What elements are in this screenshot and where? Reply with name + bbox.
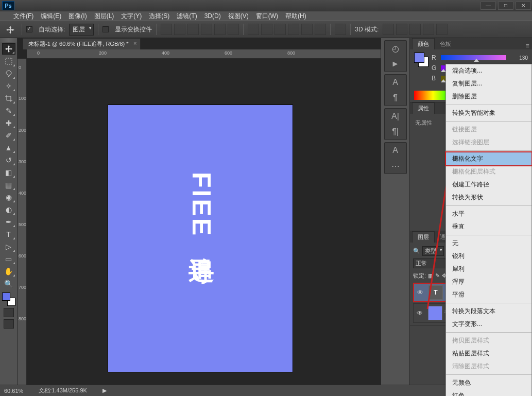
color-tab[interactable]: 颜色 <box>412 38 435 49</box>
menu-3d[interactable]: 3D(D) <box>204 12 221 20</box>
heal-tool[interactable]: ✚ <box>2 117 15 129</box>
context-menu-item[interactable]: 无颜色 <box>446 376 531 389</box>
distribute-icon[interactable] <box>288 24 299 35</box>
move-tool[interactable] <box>2 43 15 55</box>
menu-bar[interactable]: 文件(F) 编辑(E) 图像(I) 图层(L) 文字(Y) 选择(S) 滤镜(T… <box>0 11 532 21</box>
align-icon[interactable] <box>214 24 226 35</box>
menu-type[interactable]: 文字(Y) <box>121 12 142 21</box>
align-icon[interactable] <box>161 24 172 35</box>
context-menu-item[interactable]: 红色 <box>446 389 531 396</box>
ruler-vertical[interactable]: 0 100 200 300 400 500 600 700 800 <box>18 59 27 385</box>
pen-tool[interactable]: ✒ <box>2 216 15 228</box>
move-tool-icon[interactable] <box>3 24 18 36</box>
lasso-tool[interactable] <box>2 68 15 79</box>
context-menu-item[interactable]: 复制图层... <box>446 77 531 90</box>
document-tab[interactable]: 未标题-1 @ 60.6% (FIEE追寻, RGB/8) * × <box>23 38 141 49</box>
gradient-tool[interactable]: ▦ <box>2 179 15 191</box>
para-style-icon[interactable]: ¶| <box>385 124 406 140</box>
distribute-icon[interactable] <box>274 24 286 35</box>
distribute-icon[interactable] <box>301 24 313 35</box>
char-style-icon[interactable]: A| <box>385 109 406 124</box>
align-icon[interactable] <box>174 24 185 35</box>
context-menu-item[interactable]: 文字变形... <box>446 318 531 331</box>
auto-select-checkbox[interactable] <box>26 26 32 32</box>
menu-layer[interactable]: 图层(L) <box>94 12 114 21</box>
context-menu-item[interactable]: 栅格化文字 <box>445 151 532 166</box>
eyedropper-tool[interactable]: ✎ <box>2 105 15 116</box>
color-swatches[interactable] <box>2 292 15 306</box>
distribute-icon[interactable] <box>248 24 259 35</box>
dodge-tool[interactable]: ◐ <box>2 204 15 215</box>
swatches-tab[interactable]: 色板 <box>435 39 456 49</box>
menu-image[interactable]: 图像(I) <box>68 12 87 21</box>
maximize-button[interactable]: □ <box>498 2 513 10</box>
menu-view[interactable]: 视图(V) <box>228 12 249 21</box>
distribute-icon[interactable] <box>315 24 326 35</box>
3d-icon[interactable] <box>396 24 407 35</box>
show-transform-checkbox[interactable] <box>102 26 109 32</box>
stamp-tool[interactable]: ▲ <box>2 142 15 153</box>
menu-edit[interactable]: 编辑(E) <box>41 12 61 21</box>
r-slider[interactable] <box>441 55 506 60</box>
context-menu-item[interactable]: 混合选项... <box>446 64 531 77</box>
screenmode-toggle[interactable] <box>4 319 14 329</box>
menu-window[interactable]: 窗口(W) <box>256 12 278 21</box>
paragraph-icon[interactable]: ¶ <box>385 90 406 106</box>
fg-swatch[interactable] <box>2 292 10 301</box>
menu-select[interactable]: 选择(S) <box>149 12 169 21</box>
zoom-tool[interactable]: 🔍 <box>2 278 15 289</box>
menu-file[interactable]: 文件(F) <box>13 12 33 21</box>
blur-tool[interactable]: ◉ <box>2 192 15 203</box>
layer-context-menu[interactable]: 混合选项...复制图层...删除图层转换为智能对象链接图层选择链接图层栅格化文字… <box>445 64 532 396</box>
type-tool[interactable]: T <box>2 229 15 240</box>
history-brush-tool[interactable]: ↺ <box>2 154 15 166</box>
menu-filter[interactable]: 滤镜(T) <box>177 12 197 21</box>
panel-swatch[interactable] <box>414 53 428 67</box>
crop-tool[interactable] <box>2 93 15 104</box>
hand-tool[interactable]: ✋ <box>2 266 15 277</box>
canvas-viewport[interactable]: FIEE追寻 <box>27 59 381 385</box>
close-button[interactable]: ✕ <box>516 2 531 10</box>
context-menu-item[interactable]: 垂直 <box>446 220 531 233</box>
zoom-value[interactable]: 60.61% <box>4 388 23 394</box>
context-menu-item[interactable]: 犀利 <box>446 263 531 276</box>
actions-icon[interactable]: ► <box>385 56 406 72</box>
auto-select-target[interactable]: 图层 <box>69 24 94 36</box>
panel-menu-icon[interactable]: ≡ <box>523 42 532 49</box>
context-menu-item[interactable]: 转换为段落文本 <box>446 305 531 318</box>
3d-icon[interactable] <box>423 24 434 35</box>
context-menu-item[interactable]: 锐利 <box>446 250 531 263</box>
history-icon[interactable]: ◴ <box>385 41 406 56</box>
shape-tool[interactable]: ▭ <box>2 253 15 265</box>
align-icon[interactable] <box>187 24 199 35</box>
close-tab-icon[interactable]: × <box>133 40 136 46</box>
status-arrow-icon[interactable]: ▶ <box>102 387 107 394</box>
brush-tool[interactable]: ✐ <box>2 130 15 141</box>
context-menu-item[interactable]: 创建工作路径 <box>446 178 531 191</box>
path-select-tool[interactable]: ▷ <box>2 241 15 252</box>
character-icon[interactable]: A <box>385 75 406 90</box>
glyph-panel-icon[interactable]: ⋯ <box>385 158 406 174</box>
context-menu-item[interactable]: 水平 <box>446 208 531 220</box>
type-panel-icon[interactable]: A <box>385 143 406 158</box>
context-menu-item[interactable]: 转换为智能对象 <box>446 107 531 119</box>
align-icon[interactable] <box>228 24 239 35</box>
context-menu-item[interactable]: 删除图层 <box>446 90 531 103</box>
eraser-tool[interactable]: ◧ <box>2 167 15 178</box>
context-menu-item[interactable]: 无 <box>446 237 531 250</box>
3d-icon[interactable] <box>436 24 448 35</box>
distribute-icon[interactable] <box>261 24 272 35</box>
context-menu-item[interactable]: 转换为形状 <box>446 191 531 204</box>
align-icon[interactable] <box>201 24 212 35</box>
3d-icon[interactable] <box>383 24 394 35</box>
3d-icon[interactable] <box>409 24 421 35</box>
wand-tool[interactable]: ✧ <box>2 80 15 92</box>
ruler-horizontal[interactable]: -200 0 200 400 600 800 <box>27 49 381 59</box>
quickmask-toggle[interactable] <box>4 308 14 317</box>
context-menu-item[interactable]: 浑厚 <box>446 276 531 288</box>
menu-help[interactable]: 帮助(H) <box>285 12 306 21</box>
panel-grip[interactable] <box>0 38 17 42</box>
minimize-button[interactable]: — <box>480 2 496 10</box>
canvas[interactable]: FIEE追寻 <box>108 105 293 372</box>
auto-align-icon[interactable] <box>335 24 346 35</box>
